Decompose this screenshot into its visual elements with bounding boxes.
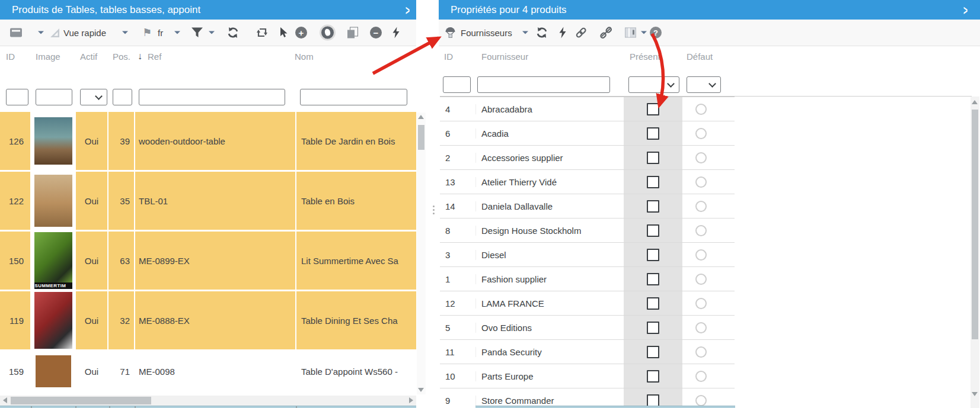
product-name-cell[interactable]: Table D'appoint Ws560 -: [296, 352, 416, 391]
scroll-up-icon[interactable]: [418, 115, 424, 119]
present-filter-select[interactable]: [628, 76, 679, 93]
add-product-icon[interactable]: +: [295, 27, 307, 38]
supplier-row[interactable]: 14 Daniela Dallavalle: [440, 194, 735, 219]
refresh-icon[interactable]: [226, 27, 240, 38]
supplier-row[interactable]: 9 Store Commander: [440, 388, 735, 407]
default-radio[interactable]: [695, 176, 707, 188]
product-position-cell[interactable]: 39: [108, 112, 134, 170]
language-flag-icon[interactable]: ⚑: [142, 27, 152, 38]
product-reference-cell[interactable]: ME-0888-EX: [135, 291, 295, 349]
default-radio[interactable]: [695, 346, 707, 358]
actif-filter-select[interactable]: [80, 89, 107, 105]
supplier-row[interactable]: 2 Accessories supplier: [440, 146, 735, 170]
fit-columns-icon[interactable]: [256, 27, 268, 38]
product-position-cell[interactable]: 63: [108, 232, 134, 290]
default-radio[interactable]: [695, 152, 707, 163]
hscroll-thumb[interactable]: [11, 397, 151, 404]
columns-layout-icon[interactable]: [625, 28, 636, 38]
default-radio[interactable]: [695, 225, 707, 236]
supplier-row[interactable]: 13 Atelier Thierry Vidé: [440, 170, 735, 194]
bulk-actions-icon[interactable]: [391, 27, 401, 39]
supplier-row[interactable]: 4 Abracadabra: [440, 97, 735, 121]
default-radio[interactable]: [695, 104, 707, 115]
property-selector-label[interactable]: Fournisseurs: [461, 28, 512, 38]
remove-product-icon[interactable]: −: [370, 27, 382, 38]
unlink-icon[interactable]: [599, 27, 613, 39]
fournisseur-filter-input[interactable]: [477, 76, 610, 93]
default-radio[interactable]: [695, 274, 707, 285]
filter-caret-icon[interactable]: [209, 31, 215, 34]
default-radio[interactable]: [695, 395, 707, 406]
default-radio[interactable]: [695, 201, 707, 212]
help-icon[interactable]: ?: [650, 27, 662, 38]
col-header-present[interactable]: Présent: [630, 52, 660, 62]
present-checkbox[interactable]: [647, 394, 659, 407]
vscroll-thumb[interactable]: [972, 110, 978, 339]
refresh-icon[interactable]: [535, 27, 548, 38]
suppliers-parachute-icon[interactable]: [444, 27, 457, 38]
present-checkbox[interactable]: [647, 176, 659, 188]
supplier-row[interactable]: 1 Fashion supplier: [440, 267, 735, 291]
duplicate-icon[interactable]: [347, 27, 358, 38]
product-reference-cell[interactable]: ME-0098: [135, 352, 295, 391]
product-row[interactable]: 126 Oui 39 wooden-outdoor-table Table De…: [0, 112, 416, 170]
product-active-cell[interactable]: Oui: [76, 291, 107, 349]
product-reference-cell[interactable]: TBL-01: [135, 172, 295, 230]
col-header-image[interactable]: Image: [36, 52, 60, 62]
language-label[interactable]: fr: [158, 28, 163, 38]
col-header-nom[interactable]: Nom: [295, 52, 314, 62]
product-name-cell[interactable]: Table en Bois: [296, 172, 416, 230]
col-header-actif[interactable]: Actif: [80, 52, 97, 62]
filter-icon[interactable]: [191, 27, 203, 38]
id-filter-input[interactable]: [443, 76, 471, 93]
default-radio[interactable]: [695, 128, 707, 139]
quick-view-caret-icon[interactable]: [122, 31, 128, 34]
default-radio[interactable]: [695, 371, 707, 382]
product-row[interactable]: 119 Oui 32 ME-0888-EX Table Dining Et Se…: [0, 291, 416, 349]
product-active-cell[interactable]: Oui: [76, 352, 107, 391]
layout-panel-icon[interactable]: [10, 28, 22, 37]
present-checkbox[interactable]: [647, 127, 659, 140]
present-checkbox[interactable]: [647, 224, 659, 237]
layout-dropdown-caret-icon[interactable]: [38, 31, 44, 34]
property-selector-caret-icon[interactable]: [522, 31, 528, 34]
select-cursor-icon[interactable]: [277, 27, 288, 38]
default-radio[interactable]: [695, 298, 707, 309]
product-active-cell[interactable]: Oui: [76, 232, 107, 290]
col-header-defaut[interactable]: Défaut: [687, 52, 713, 62]
quick-view-label[interactable]: Vue rapide: [63, 28, 106, 38]
present-checkbox[interactable]: [647, 152, 659, 164]
supplier-row[interactable]: 3 Diesel: [440, 243, 735, 267]
vscroll-thumb[interactable]: [418, 125, 424, 150]
scroll-down-icon[interactable]: [972, 392, 978, 396]
ref-filter-input[interactable]: [139, 89, 285, 105]
default-radio[interactable]: [695, 322, 707, 333]
nom-filter-input[interactable]: [300, 89, 407, 105]
scroll-right-icon[interactable]: [409, 397, 413, 403]
present-checkbox[interactable]: [647, 200, 659, 213]
product-name-cell[interactable]: Table Dining Et Ses Cha: [296, 291, 416, 349]
link-icon[interactable]: [574, 27, 588, 39]
present-checkbox[interactable]: [647, 346, 659, 358]
product-row[interactable]: 122 Oui 35 TBL-01 Table en Bois: [0, 172, 416, 230]
present-checkbox[interactable]: [647, 297, 659, 310]
present-checkbox[interactable]: [647, 249, 659, 261]
product-reference-cell[interactable]: ME-0899-EX: [135, 232, 295, 290]
product-position-cell[interactable]: 32: [108, 291, 134, 349]
id-filter-input[interactable]: [6, 89, 28, 105]
supplier-row[interactable]: 5 Ovo Editions: [440, 316, 735, 340]
scroll-up-icon[interactable]: [972, 100, 978, 104]
supplier-row[interactable]: 6 Acadia: [440, 121, 735, 146]
default-radio[interactable]: [695, 249, 707, 261]
col-header-pos[interactable]: Pos.: [113, 52, 130, 62]
bulk-actions-icon[interactable]: [558, 27, 567, 39]
product-row[interactable]: 159 Oui 71 ME-0098 Table D'appoint Ws560…: [0, 352, 416, 391]
panel-splitter[interactable]: [431, 204, 436, 216]
supplier-row[interactable]: 10 Parts Europe: [440, 364, 735, 388]
col-header-ref[interactable]: Ref: [148, 52, 161, 62]
product-row[interactable]: 150 SUMMERTIM Oui 63 ME-0899-EX Lit Summ…: [0, 232, 416, 290]
present-checkbox[interactable]: [647, 103, 659, 115]
col-header-fournisseur[interactable]: Fournisseur: [481, 52, 528, 62]
language-caret-icon[interactable]: [174, 31, 180, 34]
product-active-cell[interactable]: Oui: [76, 172, 107, 230]
